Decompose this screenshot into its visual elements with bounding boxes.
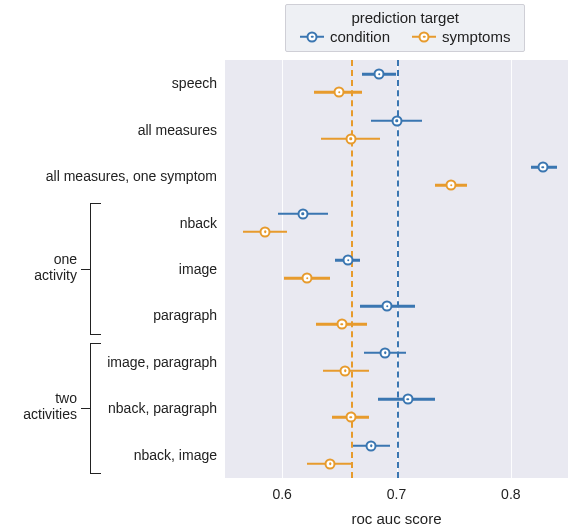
x-axis-title: roc auc score [351,510,441,527]
chart-container: 0.60.70.8roc auc score prediction target… [0,0,580,528]
legend-item-symptoms: symptoms [412,28,510,45]
data-point [380,347,391,358]
x-tick-label: 0.7 [387,478,406,502]
y-tick-label: image, paragraph [107,354,217,370]
group-label: two activities [23,390,77,422]
y-tick-label: all measures, one symptom [46,168,217,184]
data-point [537,162,548,173]
group-label: one activity [34,251,77,283]
gridline [282,60,283,478]
legend-label-symptoms: symptoms [442,28,510,45]
legend-marker-symptoms [412,31,436,43]
group-bracket [90,203,91,334]
data-point [391,115,402,126]
data-point [340,365,351,376]
data-point [336,319,347,330]
y-tick-label: paragraph [153,307,217,323]
gridline [511,60,512,478]
legend-marker-condition [300,31,324,43]
data-point [334,87,345,98]
data-point [366,440,377,451]
data-point [302,273,313,284]
data-point [343,255,354,266]
y-tick-label: nback, image [134,447,217,463]
x-tick-label: 0.8 [501,478,520,502]
data-point [382,301,393,312]
y-tick-label: speech [172,75,217,91]
y-tick-label: nback [180,215,217,231]
legend-title: prediction target [300,9,510,26]
legend: prediction target condition symptoms [285,4,525,52]
data-point [260,226,271,237]
data-point [446,180,457,191]
data-point [345,133,356,144]
data-point [325,458,336,469]
data-point [402,394,413,405]
y-tick-label: nback, paragraph [108,400,217,416]
data-point [374,69,385,80]
legend-item-condition: condition [300,28,390,45]
plot-area: 0.60.70.8roc auc score [225,60,568,478]
y-tick-label: all measures [138,122,217,138]
group-bracket [90,343,91,474]
data-point [345,412,356,423]
y-tick-label: image [179,261,217,277]
data-point [297,208,308,219]
x-tick-label: 0.6 [272,478,291,502]
legend-label-condition: condition [330,28,390,45]
